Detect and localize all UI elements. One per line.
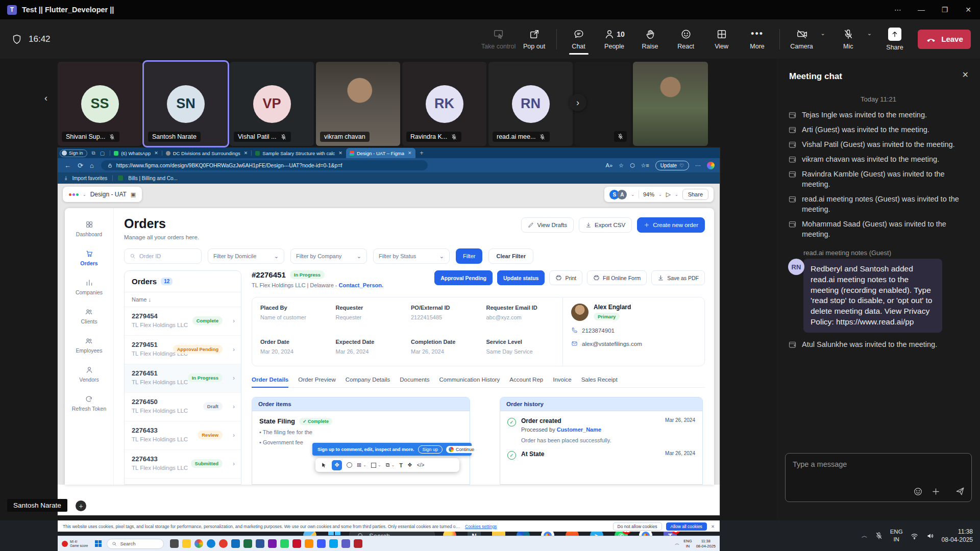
tab-sales-receipt[interactable]: Sales Receipt (581, 377, 618, 383)
more-button[interactable]: ••• More (740, 23, 775, 56)
participant-tile[interactable]: VP Vishal Patil ... (230, 62, 314, 146)
browser-tab-active[interactable]: Design - UAT – Figma✕ (346, 148, 415, 158)
order-row[interactable]: 2276450TL Flex Holdings LLC Draft› (125, 393, 241, 421)
camera-options-chevron-icon[interactable]: ⌄ (821, 30, 825, 37)
word-icon[interactable] (256, 539, 264, 548)
inner-language-switcher[interactable]: ENGIN (683, 539, 692, 548)
browser-tab[interactable]: DC Divisions and Surroundings✕ (162, 148, 252, 158)
google-continue-button[interactable]: Continue (446, 446, 478, 453)
sidebar-item-clients[interactable]: Clients (81, 308, 97, 324)
strip-prev-button[interactable]: ‹ (37, 89, 55, 107)
frame-tool-icon[interactable]: ⊞ (357, 462, 361, 468)
people-button[interactable]: 10 People (597, 23, 632, 56)
attach-plus-icon[interactable] (931, 487, 941, 496)
participant-tile[interactable]: SN Santosh Narate (144, 62, 228, 146)
tray-chevron-icon[interactable]: ︿ (675, 540, 679, 547)
view-drafts-button[interactable]: View Drafts (521, 217, 574, 233)
chat-compose-box[interactable] (785, 453, 972, 502)
zoom-in-button[interactable]: + (76, 500, 86, 511)
participant-tile[interactable] (633, 62, 708, 146)
window-more-icon[interactable]: ⋯ (886, 0, 910, 19)
new-tab-button[interactable]: + (420, 149, 424, 157)
app-icon[interactable] (329, 539, 338, 548)
cookie-close-icon[interactable]: ✕ (711, 524, 715, 529)
tab-close-icon[interactable]: ✕ (408, 151, 412, 156)
tab-company-details[interactable]: Company Details (346, 377, 390, 383)
approval-pending-button[interactable]: Approval Pending (434, 270, 493, 285)
url-field[interactable]: https://www.figma.com/design/9BKQ0FOHRWa… (101, 160, 428, 170)
sidebar-item-orders[interactable]: Orders (80, 249, 97, 266)
react-button[interactable]: React (668, 23, 704, 56)
import-favorites-link[interactable]: Import favorites (72, 176, 107, 181)
figma-file-name[interactable]: Design - UAT (90, 191, 127, 198)
home-icon[interactable]: ⌂ (90, 162, 94, 169)
collaborators-chevron-icon[interactable]: ⌄ (631, 192, 634, 197)
hand-tool-icon[interactable]: ✥ (332, 460, 342, 470)
window-minimize-button[interactable]: — (910, 0, 933, 19)
shape-tool-icon[interactable] (371, 463, 376, 468)
browser-profile-button[interactable]: Sign in (60, 149, 87, 157)
score-widget[interactable]: MI 4!Game score (62, 540, 88, 548)
tab-order-details[interactable]: Order Details (252, 377, 288, 383)
refresh-icon[interactable]: ⟳ (78, 162, 83, 169)
view-button[interactable]: View (704, 23, 740, 56)
chat-button[interactable]: Chat (561, 23, 597, 56)
browser-tab[interactable]: Sample Salary Structure with calc✕ (252, 148, 346, 158)
code-tool-icon[interactable]: </> (417, 462, 424, 468)
taskbar-clock[interactable]: 11:3808-04-2025 (942, 528, 973, 544)
folder-icon[interactable] (182, 539, 191, 548)
back-icon[interactable]: ← (64, 162, 71, 169)
order-row[interactable]: 2276433TL Flex Holdings LLC Submitted› (125, 450, 241, 479)
language-switcher[interactable]: ENGIN (890, 528, 903, 543)
create-new-order-button[interactable]: Create new order (637, 217, 705, 233)
window-maximize-button[interactable]: ❐ (933, 0, 957, 19)
taskbar-search[interactable]: Search (107, 539, 164, 549)
contact-person-link[interactable]: Contact_Person. (339, 282, 383, 288)
tab-close-icon[interactable]: ✕ (154, 151, 158, 156)
acrobat-icon[interactable] (354, 539, 362, 548)
order-row[interactable]: 2279451TL Flex Holdings LLC Approval Pen… (125, 336, 241, 364)
filter-button[interactable]: Filter (456, 248, 482, 264)
extensions-icon[interactable]: ⬡ (630, 162, 635, 169)
raise-button[interactable]: Raise (632, 23, 668, 56)
start-button[interactable] (95, 540, 102, 547)
tab-invoice[interactable]: Invoice (553, 377, 571, 383)
tray-chevron-icon[interactable]: ︿ (862, 532, 868, 540)
order-row[interactable]: 2216433TL Flex Holdings LLC Created› (125, 479, 241, 485)
filter-company-select[interactable]: Filter by Company⌄ (290, 248, 367, 264)
order-row[interactable]: 2279454TL Flex Holdings LLC Complete› (125, 307, 241, 336)
app-icon[interactable] (170, 539, 179, 548)
allow-cookies-button[interactable]: Allow all cookies (666, 522, 707, 531)
name-column-header[interactable]: Name ↓ (125, 292, 241, 307)
vertical-tabs-icon[interactable]: ▢ (100, 151, 105, 156)
zoom-chevron-icon[interactable]: ⌄ (658, 192, 662, 197)
filter-status-select[interactable]: Filter by Status⌄ (373, 248, 450, 264)
pop-out-button[interactable]: Pop out (517, 23, 552, 56)
participant-tile[interactable]: SS Shivani Sup... (58, 62, 142, 146)
browser-tab[interactable]: (6) WhatsApp✕ (110, 148, 162, 158)
order-row[interactable]: 2276433TL Flex Holdings LLC Review› (125, 421, 241, 450)
share-button[interactable]: Share (877, 23, 913, 56)
present-icon[interactable]: ▷ (666, 191, 671, 198)
tab-communication-history[interactable]: Communication History (439, 377, 500, 383)
leave-button[interactable]: Leave (918, 30, 971, 49)
edge-icon[interactable] (207, 539, 215, 548)
tab-search-icon[interactable]: ⧉ (92, 150, 95, 156)
export-csv-button[interactable]: Export CSV (579, 217, 632, 233)
tab-account-rep[interactable]: Account Rep (509, 377, 543, 383)
tab-close-icon[interactable]: ✕ (244, 151, 248, 156)
deny-cookies-button[interactable]: Do not allow cookies (613, 522, 662, 531)
cookie-settings-link[interactable]: Cookies settings (465, 524, 497, 529)
contact-email[interactable]: alex@vstatefilings.com (571, 340, 696, 347)
save-as-pdf-button[interactable]: Save as PDF (651, 270, 705, 285)
tab-documents[interactable]: Documents (400, 377, 429, 383)
send-icon[interactable] (955, 486, 965, 496)
contact-phone[interactable]: 2123874901 (571, 327, 696, 334)
wifi-icon[interactable] (910, 532, 919, 540)
tab-order-preview[interactable]: Order Preview (298, 377, 336, 383)
sidebar-item-employees[interactable]: Employees (76, 337, 103, 354)
sidebar-item-refresh-token[interactable]: Refresh Token (72, 395, 107, 412)
favorite-star-icon[interactable]: ☆ (619, 162, 624, 169)
emoji-icon[interactable] (913, 487, 923, 496)
sidebar-item-vendors[interactable]: Vendors (79, 366, 99, 383)
